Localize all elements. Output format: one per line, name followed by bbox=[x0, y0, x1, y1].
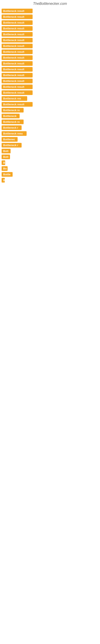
bottleneck-badge[interactable]: Bottleneck result bbox=[1, 90, 33, 95]
list-item: Bottleneck r bbox=[1, 126, 99, 130]
list-item: Bottleneck result bbox=[1, 61, 99, 66]
bottleneck-badge[interactable]: Bottleneck result bbox=[1, 14, 33, 19]
bottleneck-badge[interactable]: Bottleneck result bbox=[1, 102, 33, 107]
bottleneck-list: Bottleneck resultBottleneck resultBottle… bbox=[0, 7, 100, 184]
list-item: Bottleneck result bbox=[1, 38, 99, 42]
bottleneck-badge[interactable]: Bottleneck r bbox=[1, 143, 22, 148]
bottleneck-badge[interactable]: Bottleneck result bbox=[1, 38, 33, 42]
bottleneck-badge[interactable]: Bottleneck result bbox=[1, 20, 33, 25]
bottleneck-badge[interactable]: Bottleneck res bbox=[1, 96, 27, 101]
bottleneck-badge[interactable]: Bottleneck bbox=[1, 114, 20, 118]
list-item: Bottleneck r bbox=[1, 143, 99, 148]
bottleneck-badge[interactable]: Bottleneck result bbox=[1, 44, 33, 48]
bottleneck-badge[interactable]: Bottle bbox=[1, 172, 13, 177]
bottleneck-badge[interactable]: Bottleneck result bbox=[1, 67, 33, 72]
list-item: Bottleneck result bbox=[1, 67, 99, 72]
page-wrapper: TheBottlenecker.com Bottleneck resultBot… bbox=[0, 0, 100, 184]
list-item: Bottle bbox=[1, 172, 99, 177]
bottleneck-badge[interactable]: Bottleneck result bbox=[1, 79, 33, 83]
list-item: Bottlenec bbox=[1, 137, 99, 142]
bottleneck-badge[interactable]: Bottleneck re bbox=[1, 120, 24, 124]
bottleneck-badge[interactable]: Bottleneck result bbox=[1, 9, 33, 13]
list-item: B bbox=[1, 160, 99, 165]
bottleneck-badge[interactable]: Bottleneck result bbox=[1, 73, 33, 78]
bottleneck-badge[interactable]: Bottleneck result bbox=[1, 55, 33, 60]
bottleneck-badge[interactable]: Bott bbox=[1, 149, 11, 153]
list-item: Bottleneck re bbox=[1, 108, 99, 112]
bottleneck-badge[interactable]: Bottleneck r bbox=[1, 126, 22, 130]
list-item: Bo bbox=[1, 166, 99, 171]
bottleneck-badge[interactable]: Bo bbox=[1, 166, 8, 171]
bottleneck-badge[interactable]: Bottlenec bbox=[1, 137, 18, 142]
site-title: TheBottlenecker.com bbox=[0, 0, 100, 7]
bottleneck-badge[interactable]: Bottleneck resu bbox=[1, 131, 27, 136]
list-item: Bottleneck result bbox=[1, 20, 99, 25]
bottleneck-badge[interactable]: Bott bbox=[1, 154, 10, 159]
bottleneck-badge[interactable]: Bottleneck result bbox=[1, 32, 33, 37]
list-item: Bottleneck result bbox=[1, 44, 99, 48]
bottleneck-badge[interactable]: Bottleneck re bbox=[1, 108, 24, 112]
bottleneck-badge[interactable]: Bottleneck result bbox=[1, 61, 33, 66]
list-item: Bottleneck res bbox=[1, 96, 99, 101]
bottleneck-badge[interactable]: B bbox=[1, 160, 5, 165]
list-item: Bottleneck result bbox=[1, 73, 99, 78]
list-item: Bottleneck result bbox=[1, 90, 99, 95]
list-item: Bottleneck result bbox=[1, 79, 99, 83]
bottleneck-badge[interactable]: B bbox=[1, 178, 5, 182]
list-item: B bbox=[1, 178, 99, 182]
bottleneck-badge[interactable]: Bottleneck result bbox=[1, 84, 33, 89]
bottleneck-badge[interactable]: Bottleneck result bbox=[1, 50, 33, 54]
list-item: Bottleneck result bbox=[1, 55, 99, 60]
list-item: Bottleneck result bbox=[1, 14, 99, 19]
list-item: Bottleneck resu bbox=[1, 131, 99, 136]
list-item: Bottleneck result bbox=[1, 9, 99, 13]
list-item: Bottleneck result bbox=[1, 50, 99, 54]
list-item: Bott bbox=[1, 154, 99, 159]
list-item: Bottleneck re bbox=[1, 120, 99, 124]
bottleneck-badge[interactable]: Bottleneck result bbox=[1, 26, 33, 31]
list-item: Bottleneck result bbox=[1, 84, 99, 89]
list-item: Bott bbox=[1, 149, 99, 153]
list-item: Bottleneck result bbox=[1, 102, 99, 107]
list-item: Bottleneck result bbox=[1, 26, 99, 31]
list-item: Bottleneck bbox=[1, 114, 99, 118]
list-item: Bottleneck result bbox=[1, 32, 99, 37]
